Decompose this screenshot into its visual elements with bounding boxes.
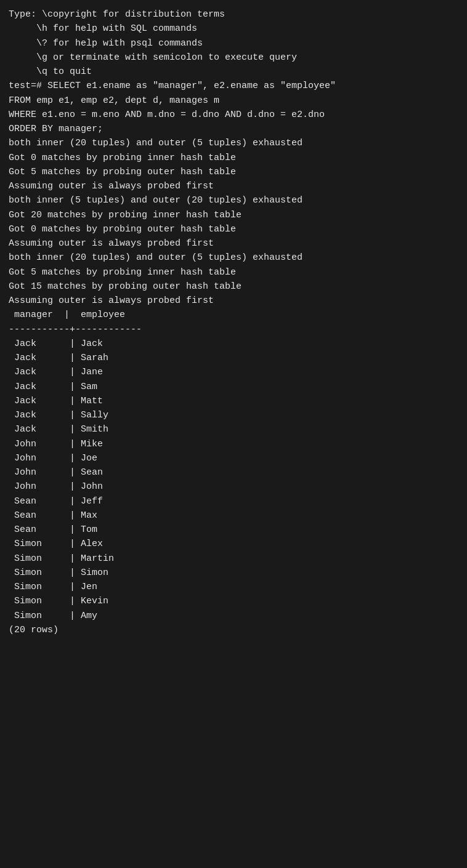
terminal-line: Jack | Jane [9, 365, 458, 379]
terminal-line: \h for help with SQL commands [9, 22, 458, 36]
terminal-line: Got 5 matches by probing inner hash tabl… [9, 265, 458, 279]
terminal-line: both inner (5 tuples) and outer (20 tupl… [9, 193, 458, 207]
terminal-line: Got 0 matches by probing outer hash tabl… [9, 222, 458, 236]
terminal-line: -----------+------------ [9, 323, 458, 337]
terminal-line: Got 5 matches by probing outer hash tabl… [9, 165, 458, 179]
terminal-line: John | Mike [9, 437, 458, 451]
terminal-line: Jack | Sally [9, 408, 458, 422]
terminal-line: Got 0 matches by probing inner hash tabl… [9, 151, 458, 165]
terminal-line: Assuming outer is always probed first [9, 179, 458, 193]
terminal-line: Jack | Matt [9, 394, 458, 408]
terminal-line: Type: \copyright for distribution terms [9, 7, 458, 22]
terminal-line: Jack | Sarah [9, 351, 458, 365]
terminal-line: Jack | Smith [9, 422, 458, 436]
terminal-line: Got 15 matches by probing outer hash tab… [9, 279, 458, 294]
terminal-line: Simon | Amy [9, 609, 458, 623]
terminal-line: Got 20 matches by probing inner hash tab… [9, 208, 458, 222]
terminal-output: Type: \copyright for distribution terms … [9, 7, 458, 637]
terminal-line: Jack | Jack [9, 337, 458, 351]
terminal-line: \g or terminate with semicolon to execut… [9, 50, 458, 65]
terminal-line: Sean | Tom [9, 523, 458, 537]
terminal-line: Simon | Jen [9, 580, 458, 594]
terminal-line: \q to quit [9, 65, 458, 79]
terminal-line: Sean | Jeff [9, 494, 458, 508]
terminal-line: Simon | Martin [9, 552, 458, 566]
terminal-line: Jack | Sam [9, 380, 458, 394]
terminal-line: John | Joe [9, 451, 458, 465]
terminal-line: FROM emp e1, emp e2, dept d, manages m [9, 94, 458, 108]
terminal-line: John | John [9, 480, 458, 494]
terminal-line: WHERE e1.eno = m.eno AND m.dno = d.dno A… [9, 108, 458, 122]
terminal-line: ORDER BY manager; [9, 122, 458, 136]
terminal-line: Simon | Kevin [9, 594, 458, 608]
terminal-line: \? for help with psql commands [9, 36, 458, 50]
terminal-line: John | Sean [9, 465, 458, 480]
terminal-line: Simon | Simon [9, 566, 458, 580]
terminal-line: Sean | Max [9, 508, 458, 523]
terminal-line: manager | employee [9, 308, 458, 322]
terminal-line: both inner (20 tuples) and outer (5 tupl… [9, 136, 458, 150]
terminal-line: both inner (20 tuples) and outer (5 tupl… [9, 251, 458, 265]
terminal-line: test=# SELECT e1.ename as "manager", e2.… [9, 79, 458, 93]
terminal-line: Assuming outer is always probed first [9, 294, 458, 308]
terminal-line: Simon | Alex [9, 537, 458, 551]
terminal-line: (20 rows) [9, 623, 458, 637]
terminal-line: Assuming outer is always probed first [9, 236, 458, 251]
